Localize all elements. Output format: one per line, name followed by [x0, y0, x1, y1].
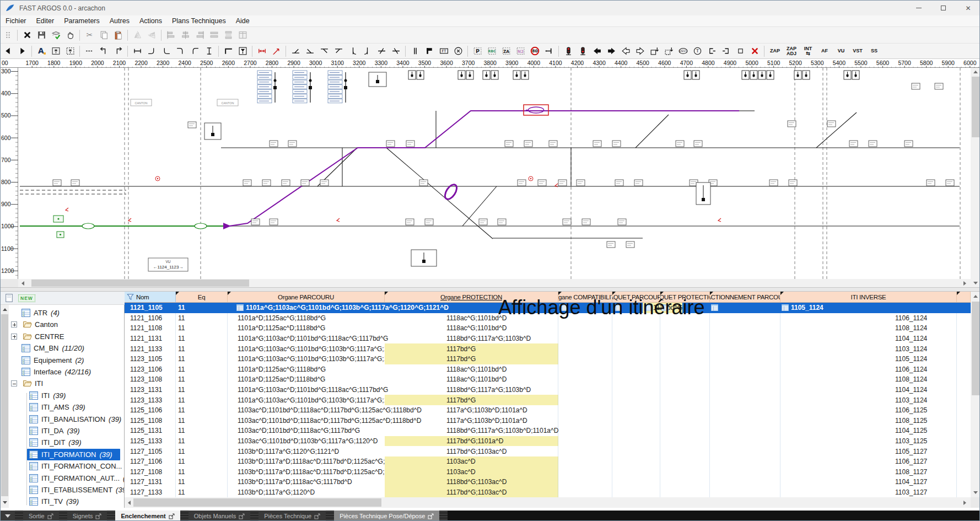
tool-switch-c-icon[interactable]	[317, 44, 331, 58]
tree-item-iti-da-39[interactable]: ITI_DA(39)	[9, 425, 125, 437]
cell-organe-parcouru[interactable]: 1103b^D;1117a^D;1118ac^G;1117bd^D	[228, 477, 385, 487]
cell-taquet-parcouru[interactable]	[612, 446, 660, 456]
cell-taquet-protection[interactable]	[660, 374, 710, 385]
cell-eq[interactable]: 11	[176, 364, 228, 375]
tool-grip-icon[interactable]	[1, 28, 15, 42]
cell-organe-parcouru[interactable]: 1101a^D;1125ac^D;1118bd^G	[228, 374, 385, 385]
cell-iti-inverse[interactable]: 1108_1124	[780, 374, 957, 385]
cell-fractionnement-parcouru[interactable]	[710, 416, 780, 426]
tool-port-left-icon[interactable]	[719, 44, 733, 58]
cell-nom[interactable]: 1127_1108	[125, 467, 176, 477]
cell-organe-parcouru[interactable]: 1101a^G;1103ac^G;1101bd^G;1103b^G;1117a^…	[228, 343, 385, 354]
cell-fractionnement-parcouru[interactable]	[710, 405, 780, 416]
column-header-extra[interactable]	[957, 292, 971, 303]
column-header-iti-inverse[interactable]: ITI INVERSE	[780, 292, 957, 303]
grid-vscroll-thumb[interactable]	[972, 302, 979, 395]
cell-iti-inverse[interactable]: 1106_1124	[780, 364, 957, 375]
tool-port-square-icon[interactable]	[733, 44, 747, 58]
tool-view-box-solid-icon[interactable]	[49, 44, 63, 58]
cell-organe-parcouru[interactable]: 1103ac^D;1101bd^D;1118ac^G;1117bd^G	[228, 426, 385, 436]
cell-eq[interactable]: 11	[176, 446, 228, 456]
cell-iti-inverse[interactable]: 1104_1127	[780, 477, 957, 487]
tool-arrow-solid-right-icon[interactable]	[604, 44, 618, 58]
scroll-right-arrow[interactable]	[963, 281, 966, 286]
cell-fractionnement-parcouru[interactable]	[710, 374, 780, 385]
scroll-up-arrow[interactable]	[973, 71, 978, 73]
cell-organe-compatibilite[interactable]	[558, 343, 612, 354]
cell-nom[interactable]: 1123_1108	[125, 374, 176, 385]
tree-item-iti[interactable]: ITI	[9, 378, 125, 389]
maximize-button[interactable]	[931, 1, 956, 15]
tree-item-interface-42-116[interactable]: Interface(42/116)	[9, 366, 125, 378]
grid-row-1121_1133[interactable]: 1121_1133111101a^G;1103ac^G;1101bd^G;110…	[125, 343, 971, 354]
grid-row-1127_1108[interactable]: 1127_1108111103b^D;1117a^D;1118ac^D;1117…	[125, 467, 971, 477]
cell-organe-parcouru[interactable]: 1101a^G;1103ac^G;1101bd^G;1103b^G;1117a^…	[228, 303, 519, 313]
tool-back-arrow-icon[interactable]	[1, 44, 15, 58]
cell-taquet-protection[interactable]	[660, 395, 710, 405]
tool-switch-a-icon[interactable]	[288, 44, 303, 58]
minimize-button[interactable]	[906, 1, 931, 15]
tool-flip-vertical-icon[interactable]	[144, 28, 159, 42]
cell-nom[interactable]: 1123_1131	[125, 385, 176, 395]
cell-fractionnement-parcouru[interactable]	[710, 436, 780, 447]
tool-signal-red-top-icon[interactable]	[561, 44, 575, 58]
grid-horizontal-scrollbar[interactable]	[125, 497, 971, 508]
tool-cut-icon[interactable]: ✂	[82, 28, 96, 42]
cell-nom[interactable]: 1123_1106	[125, 364, 176, 375]
cell-organe-compatibilite[interactable]	[558, 354, 612, 364]
tool-switch-f-icon[interactable]	[360, 44, 374, 58]
tool-ss-button[interactable]: SS	[866, 44, 882, 58]
cell-organe-parcouru[interactable]: 1103b^D;1117a^G;1120^D	[228, 487, 385, 497]
cell-organe-protection[interactable]: 1117bd^G;1103ac^D	[385, 487, 558, 497]
vu-panel[interactable]: VU←1124_1123→	[148, 258, 188, 271]
grid-row-1123_1131[interactable]: 1123_1131111101a^G;1103ac^D;1101bd^G;111…	[125, 385, 971, 395]
cell-eq[interactable]: 11	[176, 323, 228, 334]
tool-distribute-vertical-icon[interactable]	[221, 28, 235, 42]
cell-taquet-parcouru[interactable]	[612, 334, 660, 344]
cell-organe-protection[interactable]: 1117bd^G	[385, 343, 558, 354]
cell-organe-protection[interactable]: 1118ac^G;1101bd^D	[385, 374, 558, 385]
cell-taquet-protection[interactable]	[660, 385, 710, 395]
cell-taquet-parcouru[interactable]	[612, 416, 660, 426]
grid-row-1125_1108[interactable]: 1125_1108111103ac^D;1101bd^D;1118ac^D;11…	[125, 416, 971, 426]
cell-organe-compatibilite[interactable]	[558, 436, 612, 447]
menu-editer[interactable]: Editer	[31, 15, 60, 26]
cell-organe-compatibilite[interactable]	[558, 303, 612, 313]
tool-zap-adj-button[interactable]: ZAPADJ	[783, 44, 800, 58]
cell-organe-parcouru[interactable]: 1101a^G;1103ac^G;1101bd^G;1103b^G;1117a^…	[228, 354, 385, 364]
tool-af-button[interactable]: AF	[816, 44, 833, 58]
tree-item-iti-tv-39[interactable]: ITI_TV(39)	[9, 496, 125, 507]
cell-taquet-parcouru[interactable]	[612, 467, 660, 477]
tool-view-box-dashed-icon[interactable]	[63, 44, 77, 58]
tab-enclenchement[interactable]: Enclenchement	[115, 511, 180, 521]
grid-row-1121_1105[interactable]: 1121_1105111101a^G;1103ac^G;1101bd^G;110…	[125, 303, 971, 313]
cell-fractionnement-parcouru[interactable]	[710, 303, 780, 313]
menu-plans-techniques[interactable]: Plans Techniques	[167, 15, 231, 26]
cell-organe-compatibilite[interactable]	[558, 477, 612, 487]
cell-taquet-protection[interactable]	[660, 405, 710, 416]
grid-row-1125_1133[interactable]: 1125_1133111103ac^G;1101bd^D;1103b^G;111…	[125, 436, 971, 447]
tool-zone-rbc-icon[interactable]: RBC	[484, 44, 499, 58]
tool-align-center-icon[interactable]	[178, 28, 192, 42]
tool-pan-hand-icon[interactable]	[63, 28, 77, 42]
grid-hscroll-thumb[interactable]	[133, 498, 381, 507]
cell-eq[interactable]: 11	[176, 456, 228, 467]
cell-iti-inverse[interactable]: 1106_1127	[780, 456, 957, 467]
cell-taquet-protection[interactable]	[660, 334, 710, 344]
tree-item-centre[interactable]: CENTRE	[9, 331, 125, 342]
cell-taquet-parcouru[interactable]	[612, 343, 660, 354]
tool-delete-red-icon[interactable]	[747, 44, 762, 58]
tool-import-box-dashed-icon[interactable]	[661, 44, 676, 58]
menu-parameters[interactable]: Parameters	[59, 15, 105, 26]
canvas-vertical-scrollbar[interactable]	[971, 68, 980, 287]
cell-fractionnement-parcouru[interactable]	[710, 343, 780, 354]
grid-row-1121_1131[interactable]: 1121_1131111101a^G;1103ac^D;1101bd^G;111…	[125, 334, 971, 344]
cell-nom[interactable]: 1125_1106	[125, 405, 176, 416]
cell-iti-inverse[interactable]: 1108_1124	[780, 323, 957, 334]
cell-eq[interactable]: 11	[176, 374, 228, 385]
cell-organe-parcouru[interactable]: 1103ac^D;1101bd^D;1118ac^D;1117bd^G;1125…	[228, 416, 385, 426]
tool-align-left-icon[interactable]	[164, 28, 178, 42]
grid-scroll-right-arrow[interactable]	[963, 501, 966, 505]
tab-sortie[interactable]: Sortie	[23, 511, 59, 521]
scroll-down-arrow[interactable]	[973, 282, 978, 284]
